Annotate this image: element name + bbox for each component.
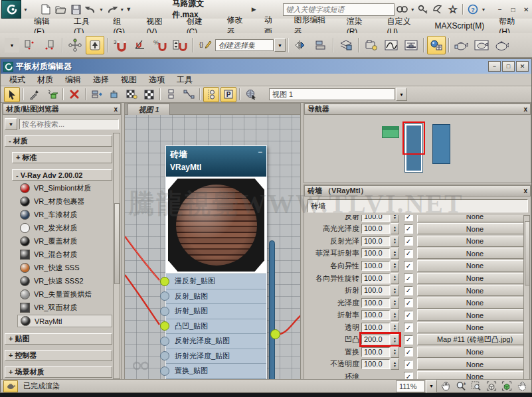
menu-maxscript[interactable]: MAXScript(M) [428, 20, 492, 32]
input-socket[interactable] [160, 366, 169, 376]
view-selector-combo[interactable]: 视图 1 ▼ [269, 88, 407, 100]
param-value-field[interactable]: 100.0 [361, 236, 390, 246]
minimize-button[interactable]: − [494, 4, 506, 15]
show-background-icon[interactable] [141, 87, 157, 102]
browser-titlebar[interactable]: 材质/贴图浏览器 x [3, 104, 121, 115]
param-value-field[interactable]: 200.0 [361, 335, 390, 345]
undo-dropdown-icon[interactable]: ▼ [99, 7, 104, 12]
param-value-field[interactable]: 100.0 [361, 359, 390, 369]
param-value-field[interactable]: 100.0 [361, 323, 390, 333]
redo-dropdown-icon[interactable]: ▼ [120, 7, 124, 12]
render-production-icon[interactable] [492, 36, 511, 54]
rendered-frame-window-icon[interactable] [472, 36, 491, 54]
render-setup-icon[interactable] [452, 36, 471, 54]
group-materials[interactable]: - 材质 [5, 135, 112, 147]
param-map-button[interactable]: None [417, 347, 525, 358]
zoom-level-value[interactable]: 111% [396, 380, 425, 392]
communication-center-icon[interactable] [431, 3, 445, 16]
param-spinner[interactable]: ▲▼ [391, 334, 399, 345]
browser-scrollbar[interactable] [113, 133, 120, 379]
container-explorer-icon[interactable] [362, 36, 381, 54]
param-checkbox[interactable]: ✓ [404, 224, 413, 234]
slate-menu-edit[interactable]: 编辑 [59, 74, 87, 86]
slate-maximize-button[interactable]: □ [502, 61, 515, 72]
browser-scrollbar-thumb[interactable] [114, 203, 120, 284]
param-spinner[interactable]: ▲▼ [391, 347, 399, 358]
slate-menu-material[interactable]: 材质 [31, 74, 59, 86]
param-value-field[interactable]: 100.0 [361, 261, 390, 271]
input-socket[interactable] [160, 307, 169, 316]
slate-titlebar[interactable]: 平板材质编辑器 − □ ✕ [1, 59, 531, 74]
param-spinner[interactable]: ▲▼ [391, 223, 399, 234]
param-map-button[interactable]: None [417, 215, 525, 222]
help-dropdown-icon[interactable]: ▼ [482, 7, 486, 12]
param-spinner[interactable]: ▲▼ [391, 309, 399, 321]
show-unused-sockets-toggle-icon[interactable] [203, 87, 219, 102]
param-value-field[interactable]: 100.0 [361, 347, 390, 357]
param-map-button[interactable]: None [417, 260, 525, 272]
schematic-view-icon[interactable] [402, 36, 420, 54]
navigator-node-blue[interactable] [432, 124, 450, 164]
params-scrollbar-thumb[interactable] [525, 221, 530, 285]
param-map-button[interactable]: None [417, 297, 525, 309]
param-checkbox[interactable]: ✓ [404, 298, 413, 307]
node-view-canvas[interactable]: 视图 1 砖墙 VRayMtl − 漫反射_贴图 反射_贴图 [124, 103, 301, 380]
param-checkbox[interactable]: ✓ [404, 360, 413, 369]
node-slot[interactable]: 反射光泽度_贴图 [166, 333, 266, 349]
edit-named-selections-icon[interactable]: {} [196, 36, 215, 54]
collapsed-node-strip[interactable] [269, 240, 275, 380]
param-checkbox[interactable]: ✓ [404, 274, 413, 283]
show-shaded-material-icon[interactable] [124, 87, 139, 102]
view-selector-value[interactable]: 视图 1 [269, 88, 395, 100]
node-slot[interactable]: 反射_贴图 [166, 289, 266, 304]
zoom-region-icon[interactable] [470, 380, 483, 392]
param-spinner[interactable]: ▲▼ [391, 260, 399, 272]
browser-close-icon[interactable]: x [114, 106, 118, 113]
param-checkbox[interactable]: ✓ [404, 323, 413, 332]
workspace-arrow-icon[interactable]: ▶ [252, 6, 256, 13]
list-item[interactable]: VR_快速 SSS [17, 262, 112, 274]
spinner-snap-icon[interactable] [171, 36, 189, 54]
param-map-button[interactable]: None [417, 358, 525, 370]
named-selection-dropdown-icon[interactable]: ▼ [274, 39, 286, 52]
slate-menu-select[interactable]: 选择 [87, 74, 115, 86]
navigator-node-green[interactable] [382, 126, 399, 138]
params-close-icon[interactable]: x [523, 187, 527, 195]
param-spinner[interactable]: ▲▼ [391, 285, 399, 296]
move-children-icon[interactable] [89, 87, 105, 102]
param-map-button[interactable]: None [417, 285, 525, 296]
params-titlebar[interactable]: 砖墙 （VRayMtl） x [304, 185, 531, 197]
navigator-close-icon[interactable]: x [523, 106, 527, 113]
layout-children-icon[interactable] [106, 87, 122, 102]
slate-menu-tools[interactable]: 工具 [171, 74, 199, 86]
select-tool-icon[interactable] [4, 87, 20, 102]
list-item-selected[interactable]: VRayMtl [17, 315, 112, 327]
zoom-extents-selected-icon[interactable] [500, 380, 513, 392]
param-value-field[interactable]: 100.0 [361, 310, 390, 320]
param-map-button[interactable]: None [417, 322, 525, 333]
param-map-button[interactable]: None [417, 309, 525, 321]
slate-menu-options[interactable]: 选项 [143, 74, 171, 86]
param-checkbox[interactable]: ✓ [404, 311, 413, 320]
param-spinner[interactable]: ▲▼ [391, 248, 399, 259]
hide-unused-nodeslots-icon[interactable] [163, 87, 179, 102]
list-item[interactable]: VR_材质包裹器 [17, 195, 112, 208]
curve-editor-icon[interactable] [382, 36, 400, 54]
group-standard[interactable]: + 标准 [12, 152, 112, 163]
zoom-tool-icon[interactable]: ± [454, 380, 468, 392]
align-icon[interactable] [311, 36, 330, 54]
param-spinner[interactable]: ▲▼ [391, 215, 399, 222]
param-checkbox[interactable]: ✓ [404, 347, 413, 357]
param-value-field[interactable]: 100.0 [361, 215, 390, 222]
slate-menu-view[interactable]: 视图 [115, 74, 143, 86]
named-selection-set-value[interactable]: 创建选择集 [215, 39, 274, 51]
input-socket[interactable] [160, 337, 169, 346]
param-checkbox[interactable]: ✓ [404, 261, 413, 270]
app-logo-dropdown-icon[interactable]: ▼ [23, 7, 28, 12]
group-controllers[interactable]: + 控制器 [5, 350, 112, 361]
selection-filter-dropdown[interactable]: ▼ [5, 38, 19, 52]
filter-icon[interactable]: ▼ [5, 118, 17, 130]
input-socket-active[interactable] [160, 277, 169, 286]
param-value-field[interactable]: 100.0 [361, 298, 390, 308]
material-node[interactable]: 砖墙 VRayMtl − 漫反射_贴图 反射_贴图 折射_贴图 凸凹_贴图 反射… [165, 145, 267, 380]
